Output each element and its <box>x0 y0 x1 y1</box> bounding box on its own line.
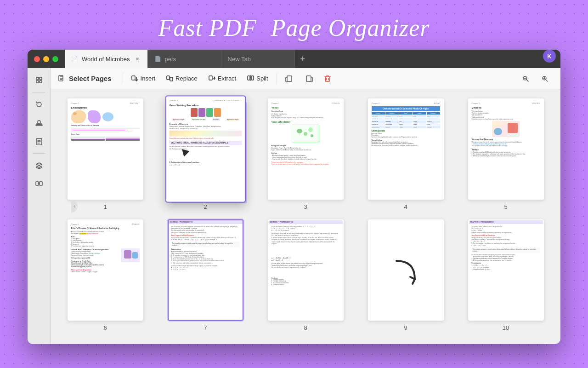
insert-button[interactable]: Insert <box>127 73 160 84</box>
browser-window: 📄 World of Microbes ✕ 📄 pets New Tab + K <box>28 50 560 344</box>
insert-label: Insert <box>141 75 156 82</box>
extract-label: Extract <box>218 75 236 82</box>
zoom-out-button[interactable] <box>517 73 534 85</box>
svg-rect-23 <box>248 76 250 80</box>
svg-rect-24 <box>251 76 254 80</box>
page-thumb-9[interactable] <box>368 219 444 321</box>
page-thumb-5[interactable]: Chapter 4VIRUSES Viruses Virus identific… <box>468 98 544 200</box>
pages-grid: Chapter 1SECTION 1 Endospores <box>60 98 551 331</box>
svg-line-31 <box>526 80 528 81</box>
title-bar: 📄 World of Microbes ✕ 📄 pets New Tab + K <box>28 50 560 68</box>
page-number-9: 9 <box>404 324 407 331</box>
minimize-button[interactable] <box>43 56 49 62</box>
page-item-7: SECTION 5 | PREREQUISITES Set of numbers… <box>160 219 251 331</box>
sidebar-rotate-icon[interactable] <box>32 97 46 112</box>
svg-rect-19 <box>209 76 212 80</box>
rotate-left-button[interactable] <box>281 72 298 85</box>
svg-rect-27 <box>306 76 311 81</box>
extract-button[interactable]: Extract <box>204 73 241 84</box>
page-thumb-10[interactable]: CHAPTER 4 | PREREQUISITES As number of a… <box>468 219 544 321</box>
svg-rect-17 <box>167 76 170 80</box>
svg-rect-1 <box>40 77 42 80</box>
page-number-3: 3 <box>304 203 307 210</box>
rotate-right-button[interactable] <box>300 72 317 85</box>
page-thumb-4[interactable]: Chapter 4ALGAE Demonstration Of Selected… <box>368 98 444 200</box>
page-number-5: 5 <box>504 203 507 210</box>
tab-pets-label: pets <box>165 56 176 63</box>
tab-microbes[interactable]: 📄 World of Microbes ✕ <box>65 50 148 68</box>
sidebar-stamp-icon[interactable] <box>32 115 46 130</box>
zoom-in-button[interactable] <box>537 73 553 85</box>
tab-pets[interactable]: 📄 pets <box>148 50 221 68</box>
page-number-10: 10 <box>503 324 509 331</box>
page-item-8: SECTION 7 | PREREQUISITES To use the num… <box>260 219 351 331</box>
zoom-controls <box>517 73 553 85</box>
page-number-8: 8 <box>304 324 307 331</box>
page-item-3: Chapter 3FUNGUS Yeast Description Fungi … <box>260 98 351 210</box>
page-thumb-3[interactable]: Chapter 3FUNGUS Yeast Description Fungi … <box>268 98 344 200</box>
page-thumb-2[interactable]: Chapter 2Coordinator: A Color: B Names: … <box>165 95 246 202</box>
user-avatar[interactable]: K <box>543 50 556 63</box>
toolbar: Select Pages Insert Replace Extract <box>51 68 560 89</box>
sidebar <box>28 68 51 344</box>
page-item-9: 9 <box>360 219 451 331</box>
page-item-6: Chapter 14 PAGES Prion's Disease Of Huma… <box>60 219 151 331</box>
sidebar-notes-icon[interactable] <box>32 134 46 149</box>
tab-new[interactable]: New Tab <box>221 50 295 68</box>
page-item-10: CHAPTER 4 | PREREQUISITES As number of a… <box>460 219 551 331</box>
sidebar-divider-1 <box>33 92 45 92</box>
page-number-2: 2 <box>204 203 207 210</box>
page-thumb-8[interactable]: SECTION 7 | PREREQUISITES To use the num… <box>268 219 344 321</box>
add-tab-button[interactable]: + <box>295 50 311 68</box>
page-item-1: Chapter 1SECTION 1 Endospores <box>60 98 151 210</box>
tab-close-microbes[interactable]: ✕ <box>134 55 141 63</box>
close-button[interactable] <box>34 56 40 62</box>
page-thumb-1[interactable]: Chapter 1SECTION 1 Endospores <box>68 98 143 200</box>
split-button[interactable]: Split <box>243 73 272 84</box>
pages-content: Chapter 1SECTION 1 Endospores <box>51 89 560 344</box>
page-thumb-7[interactable]: SECTION 5 | PREREQUISITES Set of numbers… <box>168 219 243 321</box>
tab-new-label: New Tab <box>228 56 251 63</box>
svg-rect-3 <box>40 80 42 83</box>
svg-rect-11 <box>40 182 42 185</box>
svg-rect-13 <box>132 76 135 80</box>
svg-line-34 <box>546 80 548 81</box>
toolbar-divider-1 <box>123 73 123 84</box>
main-area: Select Pages Insert Replace Extract <box>28 68 560 344</box>
toolbar-divider-2 <box>277 73 277 84</box>
app-title: Fast PDF Page Organizer <box>158 14 430 41</box>
page-item-4: Chapter 4ALGAE Demonstration Of Selected… <box>360 98 451 210</box>
delete-button[interactable] <box>319 73 336 85</box>
tabs-bar: 📄 World of Microbes ✕ 📄 pets New Tab + K <box>65 50 560 68</box>
tab-microbes-label: World of Microbes <box>82 56 130 63</box>
sidebar-divider-2 <box>33 153 45 154</box>
svg-rect-5 <box>36 125 42 126</box>
toolbar-section-title: Select Pages <box>58 75 112 82</box>
maximize-button[interactable] <box>52 56 58 62</box>
sidebar-layers-icon[interactable] <box>32 158 46 173</box>
replace-label: Replace <box>175 75 198 82</box>
traffic-lights <box>28 56 65 62</box>
replace-button[interactable]: Replace <box>162 73 202 84</box>
split-label: Split <box>256 75 268 82</box>
page-number-6: 6 <box>103 324 107 331</box>
page-number-7: 7 <box>204 324 207 331</box>
page-item-5: Chapter 4VIRUSES Viruses Virus identific… <box>460 98 551 210</box>
svg-rect-0 <box>36 77 39 80</box>
svg-rect-18 <box>170 77 173 81</box>
sidebar-pages-icon[interactable] <box>32 73 46 87</box>
title-plain: Fast PDF <box>158 15 257 41</box>
section-title-label: Select Pages <box>69 75 112 82</box>
page-number-1: 1 <box>103 203 107 210</box>
page-item-2: Chapter 2Coordinator: A Color: B Names: … <box>160 98 251 210</box>
svg-rect-2 <box>36 80 39 83</box>
svg-rect-10 <box>36 182 39 185</box>
title-cursive: Page Organizer <box>271 15 430 41</box>
page-number-4: 4 <box>404 203 407 210</box>
svg-rect-26 <box>287 76 292 81</box>
page-thumb-6[interactable]: Chapter 14 PAGES Prion's Disease Of Huma… <box>68 219 143 321</box>
add-tab-icon: + <box>300 54 305 64</box>
sidebar-merge-icon[interactable] <box>32 177 46 191</box>
